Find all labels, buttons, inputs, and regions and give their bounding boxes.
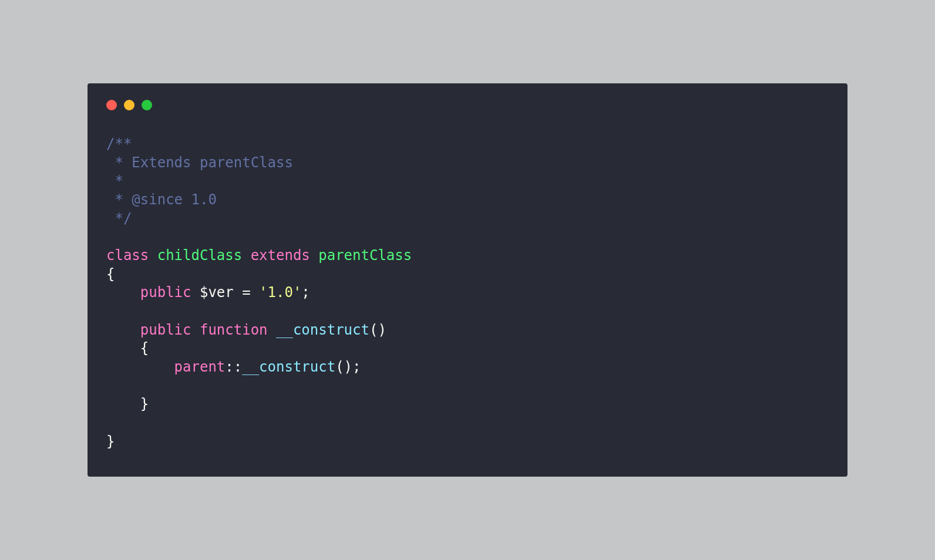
code-operator: :: [225, 359, 242, 375]
code-paren: (); [335, 359, 361, 375]
code-keyword: public [140, 284, 191, 301]
code-keyword: function [191, 322, 277, 338]
code-keyword: public [140, 322, 191, 338]
code-block: /** * Extends parentClass * * @since 1.0… [106, 135, 829, 451]
code-variable: $ver [191, 284, 243, 301]
code-string: '1.0' [251, 284, 302, 301]
code-comment-line: * [106, 173, 123, 189]
code-comment-line: * Extends parentClass [106, 154, 293, 171]
zoom-icon[interactable] [142, 100, 152, 110]
code-function-name: __construct [276, 322, 369, 338]
code-comment-line: */ [106, 210, 132, 227]
code-window: /** * Extends parentClass * * @since 1.0… [88, 83, 847, 477]
code-comment-line: * @since 1.0 [106, 191, 217, 208]
code-brace: { [106, 266, 115, 282]
code-brace: { [106, 340, 149, 356]
minimize-icon[interactable] [124, 100, 134, 110]
close-icon[interactable] [106, 100, 117, 110]
code-operator: = [242, 284, 250, 301]
code-keyword: extends [251, 247, 310, 264]
code-keyword: parent [174, 359, 226, 375]
code-paren: () [369, 322, 386, 338]
code-indent [106, 284, 140, 301]
code-comment-line: /** [106, 136, 132, 152]
code-classname: parentClass [318, 247, 412, 264]
code-function-name: __construct [242, 359, 335, 375]
code-brace: } [106, 433, 115, 450]
code-indent [106, 322, 140, 338]
code-semicolon: ; [301, 284, 310, 301]
window-titlebar [106, 100, 829, 110]
code-brace: } [106, 396, 149, 412]
code-keyword: class [106, 247, 149, 264]
code-classname: childClass [157, 247, 243, 264]
code-indent [106, 359, 174, 375]
